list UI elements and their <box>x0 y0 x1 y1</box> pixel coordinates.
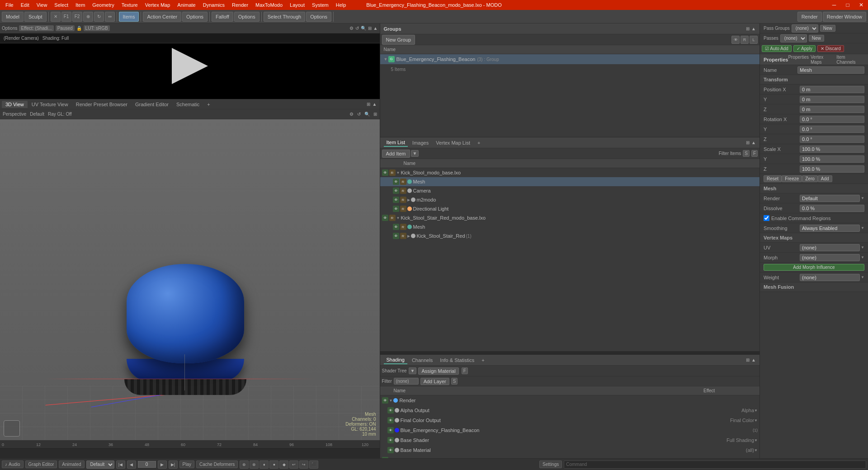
finalcolor-dropdown[interactable]: ▼ <box>754 418 758 423</box>
tab-channels[interactable]: Channels <box>409 357 435 364</box>
transport-prev[interactable]: ◀ <box>127 461 136 469</box>
tab-images[interactable]: Images <box>410 139 431 146</box>
options-btn-2[interactable]: Options <box>234 12 259 22</box>
preview-shading[interactable]: Shading: Full <box>42 36 69 41</box>
tab-vertex-map[interactable]: Vertex Map List <box>433 139 473 146</box>
edit-menu[interactable]: Edit <box>17 1 33 9</box>
tab-3d-view[interactable]: 3D View <box>2 101 28 108</box>
groups-icon-1[interactable]: 👁 <box>731 36 740 44</box>
tool-icon-2[interactable]: F1 <box>61 12 71 22</box>
item-list-settings[interactable]: ▲ <box>751 140 756 145</box>
transport-icon-3[interactable]: ♦ <box>259 461 269 469</box>
vp-tool-3[interactable]: 🔍 <box>364 112 370 117</box>
apply-btn[interactable]: ✓ Apply <box>793 45 816 52</box>
render-icon-2[interactable]: R <box>400 188 406 194</box>
help-menu[interactable]: Help <box>332 1 350 9</box>
transport-icon-4[interactable]: ● <box>269 461 278 469</box>
rot-z-value[interactable]: 0.0 ° <box>800 136 864 143</box>
scale-z-value[interactable]: 100.0 % <box>800 165 864 173</box>
rot-y-value[interactable]: 0.0 ° <box>800 126 864 133</box>
transport-next[interactable]: ▶| <box>169 461 178 469</box>
animated-dropdown[interactable]: Default <box>86 461 114 469</box>
cache-deformers-btn[interactable]: Cache Deformers <box>196 461 238 468</box>
tab-add[interactable]: + <box>203 101 213 108</box>
transport-icon-2[interactable]: ⊗ <box>250 461 259 469</box>
morph-value[interactable]: (none) <box>800 254 860 261</box>
dissolve-value[interactable]: 0.0 % <box>800 205 864 212</box>
command-input[interactable]: Command <box>564 461 866 469</box>
shader-vis-beacon[interactable]: 👁 <box>387 427 394 433</box>
vp-view-type[interactable]: Perspective <box>3 112 26 117</box>
vp-tool-4[interactable]: ⊞ <box>373 112 377 117</box>
render-icon-6[interactable]: R <box>400 224 406 230</box>
vis-icon-1[interactable]: 👁 <box>393 179 399 185</box>
render-dropdown[interactable]: ▼ <box>861 196 864 200</box>
shader-vis-alpha[interactable]: 👁 <box>387 407 394 414</box>
props-tab-1[interactable]: Properties <box>788 55 809 65</box>
uv-dropdown[interactable]: ▼ <box>861 245 864 249</box>
options-btn-1[interactable]: Options <box>182 12 208 22</box>
tab-gradient[interactable]: Gradient Editor <box>132 101 172 108</box>
name-input[interactable] <box>797 66 864 74</box>
scene-item-5[interactable]: 👁 R ▼ Kick_Stool_Stair_Red_modo_base.lxo <box>380 213 760 222</box>
maxtomodo-menu[interactable]: MaxToModo <box>252 1 286 9</box>
settings-btn[interactable]: Settings <box>539 461 562 468</box>
weight-value[interactable]: (none) <box>800 274 860 281</box>
render-window-btn[interactable]: Render Window <box>823 12 866 22</box>
viewport-settings-icon[interactable]: ▲ <box>372 101 378 108</box>
vertexmap-menu[interactable]: Vertex Map <box>142 1 174 9</box>
select-through-btn[interactable]: Select Through <box>264 12 305 22</box>
enable-cmd-checkbox[interactable] <box>764 215 769 221</box>
groups-settings-icon[interactable]: ▲ <box>751 26 756 31</box>
scene-item-1[interactable]: 👁 R Mesh <box>380 177 760 186</box>
viewport-canvas[interactable]: Mesh Channels: 0 Deformers: ON GL: 620,1… <box>0 119 380 440</box>
tab-info-stats[interactable]: Info & Statistics <box>437 357 477 364</box>
render-icon-1[interactable]: R <box>400 179 406 185</box>
vertexmaps-title[interactable]: Vertex Maps <box>764 235 793 240</box>
scene-item-7[interactable]: 👁 R ▶ Kick_Stool_Stair_Red (1) <box>380 231 760 240</box>
render-icon-5[interactable]: R <box>389 215 396 221</box>
render-icon-3[interactable]: R <box>400 197 406 203</box>
preview-corner-icon-3[interactable]: 🔍 <box>361 26 366 31</box>
preview-render-cam[interactable]: (Render Camera) <box>4 36 39 41</box>
file-menu[interactable]: File <box>2 1 17 9</box>
item-menu[interactable]: Item <box>72 1 89 9</box>
tab-shading-add[interactable]: + <box>479 357 487 364</box>
reset-btn[interactable]: Reset <box>764 175 782 182</box>
smoothing-value[interactable]: Always Enabled <box>800 225 860 232</box>
preview-options[interactable]: Options <box>2 26 17 31</box>
add-morph-btn[interactable]: Add Morph Influence <box>764 264 864 271</box>
tab-uv-texture[interactable]: UV Texture View <box>28 101 72 108</box>
smoothing-dropdown[interactable]: ▼ <box>861 226 864 230</box>
frame-input[interactable] <box>138 461 156 468</box>
pos-z-value[interactable]: 0 m <box>800 106 864 113</box>
add-item-btn[interactable]: Add Item <box>382 150 410 158</box>
freeze-btn[interactable]: Freeze <box>782 175 802 182</box>
tab-shading[interactable]: Shading <box>384 356 407 364</box>
preview-corner-icon-2[interactable]: ↺ <box>355 26 359 31</box>
shader-item-basemat[interactable]: 👁 Base Material (all) ▼ <box>386 445 760 455</box>
render-value[interactable]: Default <box>800 195 860 202</box>
vis-icon-6[interactable]: 👁 <box>393 224 399 230</box>
add-transform-btn[interactable]: Add <box>818 175 832 182</box>
tool-icon-5[interactable]: ↻ <box>94 12 104 22</box>
preview-corner-icon-1[interactable]: ⚙ <box>349 26 354 31</box>
new-group-btn[interactable]: New Group <box>382 35 415 45</box>
shader-item-render[interactable]: 👁 ▼ Render <box>380 395 760 405</box>
add-item-dropdown[interactable]: ▼ <box>411 150 419 157</box>
view-menu[interactable]: View <box>33 1 51 9</box>
vp-raygl[interactable]: Ray GL: Off <box>48 112 72 117</box>
uv-value[interactable]: (none) <box>800 244 860 251</box>
passes-select[interactable]: (none) <box>780 34 807 42</box>
nav-cube[interactable] <box>4 420 20 437</box>
props-tab-3[interactable]: Item Channels <box>836 55 864 65</box>
shader-item-finalcolor[interactable]: 👁 Final Color Output Final Color ▼ <box>386 415 760 425</box>
shader-item-library[interactable]: 👁 ▶ Library <box>380 455 760 458</box>
vp-default[interactable]: Default <box>30 112 44 117</box>
shader-item-baseshader[interactable]: 👁 Base Shader Full Shading ▼ <box>386 435 760 445</box>
select-menu[interactable]: Select <box>51 1 72 9</box>
assign-material-btn[interactable]: Assign Material <box>418 367 458 375</box>
timeline-bar[interactable] <box>0 449 380 458</box>
animated-btn[interactable]: Animated <box>59 461 84 468</box>
vp-tool-2[interactable]: ↺ <box>357 112 361 117</box>
